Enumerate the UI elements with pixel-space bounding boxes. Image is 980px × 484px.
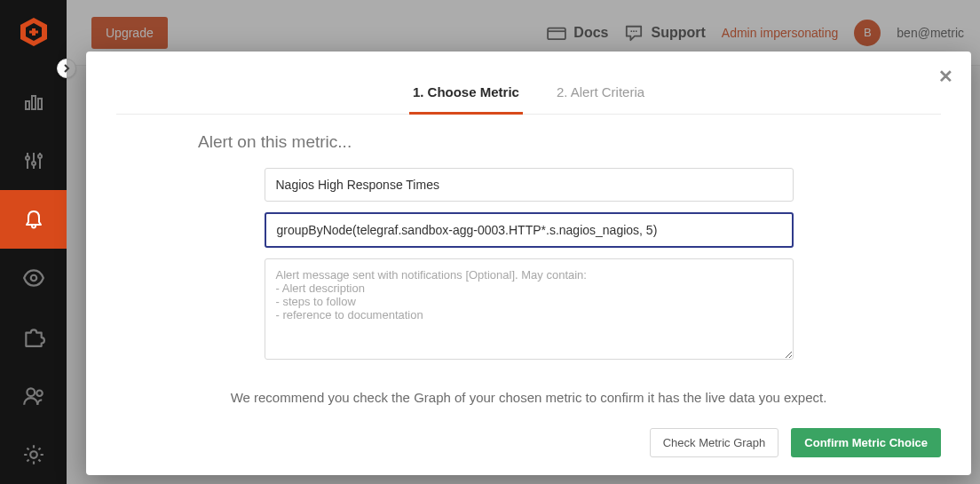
recommend-text: We recommend you check the Graph of your…: [116, 390, 941, 405]
bar-chart-icon: [23, 91, 44, 112]
check-metric-graph-button[interactable]: Check Metric Graph: [650, 428, 779, 457]
svg-rect-4: [26, 101, 29, 109]
confirm-metric-choice-button[interactable]: Confirm Metric Choice: [791, 428, 941, 457]
sidebar: [0, 0, 67, 484]
sidebar-item-watch[interactable]: [0, 249, 67, 307]
bell-icon: [23, 209, 44, 230]
users-icon: [22, 385, 45, 408]
app-logo[interactable]: [18, 16, 50, 48]
alert-name-input[interactable]: [265, 168, 794, 202]
alert-message-textarea[interactable]: [265, 258, 794, 360]
hexagon-logo-icon: [18, 16, 50, 48]
metric-query-input[interactable]: [265, 212, 794, 248]
modal-footer: Check Metric Graph Confirm Metric Choice: [650, 428, 941, 457]
modal-tabs: 1. Choose Metric 2. Alert Criteria: [116, 71, 941, 115]
eye-icon: [22, 266, 45, 290]
svg-point-10: [26, 156, 29, 160]
form-area: [265, 168, 794, 360]
tab-alert-criteria[interactable]: 2. Alert Criteria: [553, 72, 648, 115]
sidebar-item-dashboards[interactable]: [0, 72, 67, 131]
svg-rect-5: [32, 96, 36, 109]
create-alert-modal: ✕ 1. Choose Metric 2. Alert Criteria Ale…: [86, 52, 971, 475]
sidebar-item-metrics[interactable]: [0, 131, 67, 190]
svg-point-16: [30, 451, 37, 458]
close-button[interactable]: ✕: [938, 66, 953, 87]
sliders-icon: [23, 150, 44, 171]
section-title: Alert on this metric...: [198, 132, 941, 152]
svg-point-12: [38, 155, 42, 158]
svg-point-14: [27, 388, 35, 396]
puzzle-icon: [22, 325, 45, 348]
sidebar-item-alerts[interactable]: [0, 190, 67, 249]
sidebar-item-integrations[interactable]: [0, 307, 67, 366]
gear-icon: [22, 443, 45, 466]
svg-point-11: [32, 162, 36, 165]
svg-rect-6: [38, 99, 42, 109]
sidebar-item-settings[interactable]: [0, 425, 67, 484]
tab-choose-metric[interactable]: 1. Choose Metric: [409, 72, 523, 115]
svg-point-13: [30, 275, 36, 282]
sidebar-item-users[interactable]: [0, 367, 67, 425]
svg-point-15: [36, 390, 43, 396]
svg-rect-3: [29, 31, 38, 34]
